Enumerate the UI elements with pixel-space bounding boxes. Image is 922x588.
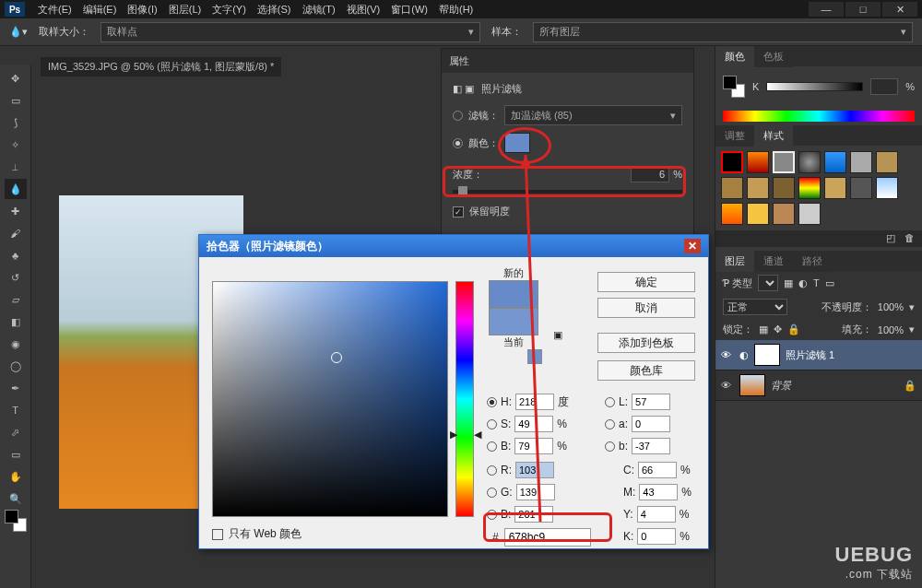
filter-radio[interactable] bbox=[453, 111, 463, 121]
bb-input[interactable] bbox=[514, 506, 553, 523]
style-swatch[interactable] bbox=[773, 151, 795, 173]
move-tool[interactable]: ✥ bbox=[5, 68, 27, 88]
marquee-tool[interactable]: ▭ bbox=[5, 90, 27, 111]
blab-radio[interactable] bbox=[605, 441, 615, 452]
style-swatch[interactable] bbox=[798, 151, 821, 173]
heal-tool[interactable]: ✚ bbox=[5, 201, 27, 221]
r-radio[interactable] bbox=[487, 465, 497, 476]
style-swatch[interactable] bbox=[721, 203, 743, 225]
style-swatch[interactable] bbox=[850, 177, 872, 199]
sample-size-select[interactable]: 取样点▾ bbox=[100, 22, 480, 42]
style-swatch[interactable] bbox=[876, 177, 898, 199]
dodge-tool[interactable]: ◯ bbox=[5, 356, 27, 376]
zoom-tool[interactable]: 🔍 bbox=[5, 488, 27, 509]
add-swatch-button[interactable]: 添加到色板 bbox=[597, 333, 695, 353]
gradient-tool[interactable]: ◧ bbox=[5, 312, 27, 332]
kind-select[interactable] bbox=[758, 275, 778, 291]
style-swatch[interactable] bbox=[824, 151, 846, 173]
menu-window[interactable]: 窗口(W) bbox=[387, 1, 431, 18]
style-swatch[interactable] bbox=[747, 151, 769, 173]
fill-value[interactable]: 100% bbox=[878, 324, 904, 335]
sv-cursor[interactable] bbox=[331, 352, 342, 363]
opacity-value[interactable]: 100% bbox=[878, 301, 904, 312]
wand-tool[interactable]: ✧ bbox=[5, 135, 27, 155]
k-value-input[interactable] bbox=[870, 78, 898, 95]
crop-tool[interactable]: ⟂ bbox=[5, 157, 27, 177]
filter-select[interactable]: 加温滤镜 (85)▾ bbox=[504, 105, 682, 125]
panel-new-icon[interactable]: ◰ bbox=[886, 232, 895, 245]
swatches-tab[interactable]: 色板 bbox=[754, 46, 793, 67]
web-only-checkbox[interactable] bbox=[212, 529, 223, 540]
color-swatch-button[interactable] bbox=[504, 133, 530, 153]
style-swatch[interactable] bbox=[824, 177, 846, 199]
cube-icon[interactable]: ▣ bbox=[553, 329, 562, 341]
adjustments-tab[interactable]: 调整 bbox=[715, 125, 754, 147]
stamp-tool[interactable]: ♣ bbox=[5, 245, 27, 265]
filter-type-icon[interactable]: T bbox=[813, 277, 820, 288]
density-input[interactable] bbox=[631, 166, 669, 182]
brush-tool[interactable]: 🖌 bbox=[5, 223, 27, 243]
maximize-button[interactable]: □ bbox=[845, 2, 881, 17]
menu-image[interactable]: 图像(I) bbox=[124, 1, 160, 18]
style-swatch[interactable] bbox=[876, 151, 898, 173]
panel-fgbg[interactable] bbox=[723, 76, 745, 98]
style-swatch[interactable] bbox=[798, 177, 821, 199]
pen-tool[interactable]: ✒ bbox=[5, 378, 27, 398]
h-input[interactable] bbox=[515, 394, 554, 410]
eyedropper-tool[interactable]: 💧 bbox=[5, 179, 27, 199]
menu-type[interactable]: 文字(Y) bbox=[208, 1, 250, 18]
l-radio[interactable] bbox=[605, 397, 615, 407]
r-input[interactable] bbox=[515, 462, 554, 478]
properties-tab[interactable]: 属性 bbox=[449, 54, 469, 68]
l-input[interactable] bbox=[632, 394, 670, 410]
b-radio[interactable] bbox=[487, 441, 497, 452]
mask-thumb[interactable] bbox=[754, 344, 780, 366]
menu-filter[interactable]: 滤镜(T) bbox=[299, 1, 339, 18]
channels-tab[interactable]: 通道 bbox=[754, 251, 793, 272]
s-input[interactable] bbox=[514, 416, 553, 432]
hue-strip[interactable] bbox=[455, 281, 474, 517]
shape-tool[interactable]: ▭ bbox=[5, 444, 27, 465]
h-radio[interactable] bbox=[487, 397, 497, 407]
filter-shape-icon[interactable]: ▭ bbox=[825, 277, 834, 289]
cancel-button[interactable]: 取消 bbox=[597, 298, 695, 318]
panel-delete-icon[interactable]: 🗑 bbox=[904, 232, 915, 245]
sv-field[interactable] bbox=[212, 281, 448, 517]
menu-view[interactable]: 视图(V) bbox=[343, 1, 384, 18]
lock-all-icon[interactable]: 🔒 bbox=[787, 323, 800, 335]
s-radio[interactable] bbox=[487, 419, 497, 429]
a-radio[interactable] bbox=[605, 419, 615, 429]
a-input[interactable] bbox=[632, 416, 670, 432]
blur-tool[interactable]: ◉ bbox=[5, 334, 27, 354]
style-swatch[interactable] bbox=[747, 177, 769, 199]
bb-radio[interactable] bbox=[487, 510, 497, 520]
sample-select[interactable]: 所有图层▾ bbox=[533, 22, 913, 42]
c-input[interactable] bbox=[638, 462, 677, 478]
style-swatch[interactable] bbox=[747, 203, 769, 225]
lock-position-icon[interactable]: ✥ bbox=[774, 323, 782, 335]
g-input[interactable] bbox=[516, 484, 555, 500]
k-slider[interactable] bbox=[766, 82, 863, 91]
g-radio[interactable] bbox=[487, 488, 497, 498]
history-brush-tool[interactable]: ↺ bbox=[5, 267, 27, 288]
hand-tool[interactable]: ✋ bbox=[5, 466, 27, 487]
filter-adjust-icon[interactable]: ◐ bbox=[798, 277, 808, 289]
layer-row-background[interactable]: 👁 背景 🔒 bbox=[715, 370, 922, 401]
filter-pixel-icon[interactable]: ▦ bbox=[784, 277, 793, 289]
menu-edit[interactable]: 编辑(E) bbox=[79, 1, 121, 18]
layer-thumb[interactable] bbox=[739, 374, 765, 396]
color-spectrum[interactable] bbox=[723, 111, 915, 122]
hex-input[interactable] bbox=[504, 528, 591, 547]
color-radio[interactable] bbox=[453, 138, 463, 148]
blend-mode-select[interactable]: 正常 bbox=[723, 299, 787, 315]
layer-row-photofilter[interactable]: 👁 ◐ 照片滤镜 1 bbox=[715, 340, 922, 370]
m-input[interactable] bbox=[639, 484, 678, 500]
menu-help[interactable]: 帮助(H) bbox=[435, 1, 477, 18]
minimize-button[interactable]: — bbox=[809, 2, 844, 17]
color-lib-button[interactable]: 颜色库 bbox=[597, 360, 695, 381]
menu-layer[interactable]: 图层(L) bbox=[165, 1, 205, 18]
styles-tab[interactable]: 样式 bbox=[754, 125, 793, 147]
close-button[interactable]: ✕ bbox=[882, 2, 917, 17]
style-swatch[interactable] bbox=[721, 177, 743, 199]
picker-close-button[interactable]: ✕ bbox=[684, 239, 701, 253]
